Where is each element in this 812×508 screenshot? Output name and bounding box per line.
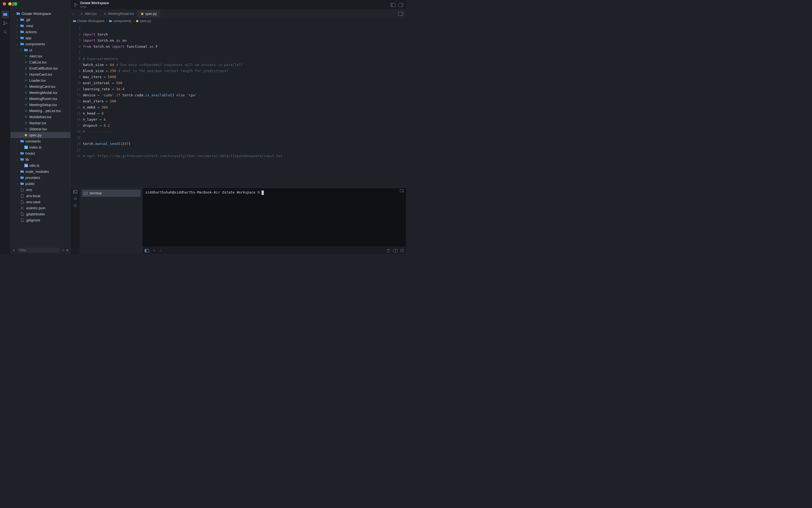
svg-text:TS: TS [25, 164, 27, 167]
tree-item[interactable]: ⚛Loader.tsx [10, 77, 71, 83]
svg-point-10 [77, 4, 78, 5]
tree-item[interactable]: .gitattributes [10, 211, 71, 217]
tab-bar: ‹ › ⚛Alert.tsx⚛MeetingModal.tsx⬢spec.py [71, 10, 406, 18]
terminal-output[interactable]: siddharthshah@siddharths-MacBook-Air Ost… [143, 188, 406, 254]
terminal-prompt: siddharthshah@siddharths-MacBook-Air Ost… [145, 190, 261, 195]
tree-item[interactable]: ›node_modules [10, 168, 71, 174]
layout-right-icon[interactable] [398, 3, 403, 7]
svg-point-2 [6, 23, 7, 24]
tree-item[interactable]: ›actions [10, 29, 71, 35]
svg-point-1 [4, 24, 5, 25]
tree-item[interactable]: ⚛MeetingSetup.tsx [10, 101, 71, 108]
terminal-cursor [261, 190, 264, 195]
tree-item[interactable]: ›.git [10, 16, 71, 23]
window-controls[interactable] [3, 2, 17, 5]
tree-item[interactable]: .env [10, 186, 71, 193]
tree-item[interactable]: ⌄lib [10, 156, 71, 162]
svg-point-9 [75, 5, 76, 7]
panel-layout-icon[interactable] [400, 189, 404, 192]
kill-terminal-button[interactable]: − [159, 249, 162, 253]
tree-item[interactable]: ⚛HomeCard.tsx [10, 71, 71, 77]
code-content[interactable]: import torchimport torch.nn as nnfrom to… [83, 24, 406, 188]
panel-split-icon[interactable] [393, 249, 398, 252]
close-window[interactable] [3, 2, 6, 5]
breadcrumb-segment[interactable]: ⬢spec.py [136, 19, 151, 23]
tree-item[interactable]: ›ui [10, 47, 71, 53]
layout-left-icon[interactable] [391, 3, 396, 7]
filter-input[interactable] [17, 248, 60, 253]
tree-item[interactable]: ›public [10, 180, 71, 186]
terminal-session[interactable]: terminal [82, 190, 140, 197]
activity-bar [0, 0, 10, 254]
search-tab[interactable] [1, 28, 9, 36]
maximize-panel-icon[interactable] [400, 249, 404, 252]
tree-item[interactable]: ⌄Ostate Workspace [10, 10, 71, 16]
panel-activity [71, 188, 80, 254]
svg-point-3 [4, 31, 6, 33]
tree-item[interactable]: ⌄components [10, 41, 71, 47]
terminal-tab-icon[interactable] [73, 190, 77, 194]
search-icon [3, 30, 7, 34]
new-file-button[interactable]: ＋ [12, 248, 16, 253]
code-editor[interactable]: 12345678910111213141516171819202122 impo… [71, 24, 406, 188]
split-editor-icon[interactable] [398, 12, 403, 16]
panel-footer: ＋ − [143, 247, 406, 254]
tree-item[interactable]: ⚛MeetingRoom.tsx [10, 95, 71, 101]
tree-item[interactable]: ⚛CallList.tsx [10, 59, 71, 65]
tree-item[interactable]: ⚛EndCallButton.tsx [10, 65, 71, 71]
tree-item[interactable]: ⚛MeetingCard.tsx [10, 83, 71, 89]
tree-item[interactable]: ⚛Meeting…peList.tsx [10, 108, 71, 114]
breadcrumb[interactable]: Ostate Workspace›components›⬢spec.py [71, 18, 406, 24]
nav-forward[interactable]: › [74, 12, 75, 16]
tree-item[interactable]: {•}.eslintrc.json [10, 205, 71, 211]
line-gutter: 12345678910111213141516171819202122 [71, 24, 83, 188]
git-icon [3, 21, 7, 26]
maximize-window[interactable] [14, 2, 17, 5]
panel-toggle-icon[interactable] [145, 249, 149, 252]
terminal-icon [84, 192, 88, 195]
collapse-icon[interactable]: ◉ [66, 248, 69, 252]
file-tree[interactable]: ⌄Ostate Workspace›.git›.next›actions›app… [10, 0, 71, 246]
tree-item[interactable]: ›hooks [10, 150, 71, 156]
tree-item[interactable]: ⬢spec.py [10, 132, 71, 138]
tree-item[interactable]: ⚛Alert.tsx [10, 53, 71, 59]
svg-point-0 [4, 22, 5, 23]
svg-text:TS: TS [25, 146, 27, 149]
tree-item[interactable]: ⚛Sidebar.tsx [10, 126, 71, 132]
nav-back[interactable]: ‹ [72, 12, 74, 16]
minimize-window[interactable] [8, 2, 12, 5]
terminal-label: terminal [90, 191, 102, 195]
tree-item[interactable]: TSindex.ts [10, 144, 71, 150]
breadcrumb-segment[interactable]: Ostate Workspace [73, 19, 105, 23]
tree-item[interactable]: ›providers [10, 174, 71, 180]
tree-item[interactable]: ⚛MeetingModal.tsx [10, 89, 71, 95]
problems-tab-icon[interactable] [73, 204, 77, 208]
tree-item[interactable]: .env.local [10, 193, 71, 199]
branch-icon [74, 3, 78, 7]
bottom-panel: terminal siddharthshah@siddharths-MacBoo… [71, 188, 406, 254]
tree-item[interactable]: .env.save [10, 199, 71, 205]
file-explorer: ⌄Ostate Workspace›.git›.next›actions›app… [10, 0, 71, 254]
new-terminal-button[interactable]: ＋ [153, 248, 156, 253]
editor-tab[interactable]: ⚛MeetingModal.tsx [100, 10, 137, 17]
tree-item[interactable]: .gitignore [10, 217, 71, 223]
editor-tab[interactable]: ⚛Alert.tsx [77, 10, 100, 17]
source-control-tab[interactable] [1, 19, 9, 27]
branch-name[interactable]: main [80, 5, 109, 8]
editor-area: Ostate Workspace main ‹ › ⚛Alert.tsx⚛Mee… [71, 0, 406, 254]
debug-tab-icon[interactable] [73, 197, 77, 201]
tree-item[interactable]: ⌄constants [10, 138, 71, 144]
tree-item[interactable]: ›app [10, 35, 71, 41]
svg-point-8 [75, 3, 76, 4]
editor-tab[interactable]: ⬢spec.py [137, 10, 160, 17]
tree-item[interactable]: TSutils.ts [10, 162, 71, 168]
svg-point-12 [74, 198, 77, 200]
trash-icon[interactable] [387, 249, 390, 253]
tree-item[interactable]: ⚛Navbar.tsx [10, 120, 71, 126]
terminal-list: terminal [80, 188, 143, 254]
history-icon[interactable]: ◷ [62, 248, 64, 252]
tree-item[interactable]: ⚛MobileNav.tsx [10, 114, 71, 120]
tree-item[interactable]: ›.next [10, 23, 71, 29]
breadcrumb-segment[interactable]: components [109, 19, 131, 23]
explorer-tab[interactable] [1, 10, 9, 18]
